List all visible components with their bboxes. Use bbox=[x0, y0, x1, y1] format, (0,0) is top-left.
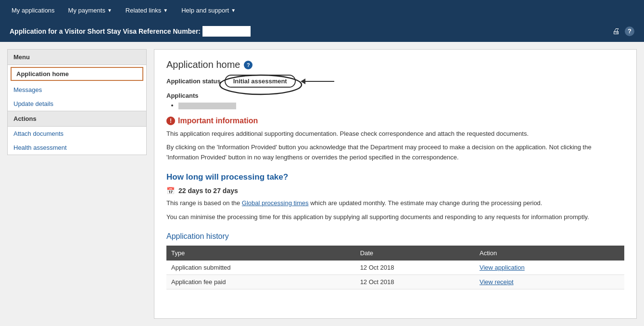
sidebar-item-messages[interactable]: Messages bbox=[8, 83, 146, 97]
applicant-name-bar bbox=[178, 103, 236, 109]
sidebar: Menu Application home Messages Update de… bbox=[7, 49, 147, 155]
important-section: ! Important information This application… bbox=[166, 117, 624, 163]
menu-header: Menu bbox=[8, 50, 146, 65]
related-links-caret: ▼ bbox=[163, 8, 168, 13]
table-header-row: Type Date Action bbox=[166, 246, 624, 261]
status-badge: Initial assessment bbox=[225, 75, 296, 88]
status-label: Application status bbox=[166, 78, 221, 85]
page-title-row: Application home ? bbox=[166, 59, 624, 70]
error-icon: ! bbox=[166, 117, 175, 125]
nav-my-applications[interactable]: My applications bbox=[5, 0, 62, 20]
col-type: Type bbox=[166, 246, 355, 261]
arrow-head bbox=[301, 78, 305, 84]
nav-my-payments[interactable]: My payments ▼ bbox=[62, 0, 119, 20]
table-row: Application submitted12 Oct 2018View app… bbox=[166, 261, 624, 275]
processing-section: How long will processing take? 📅 22 days… bbox=[166, 172, 624, 222]
cell-date-1: 12 Oct 2018 bbox=[355, 274, 475, 289]
top-navigation: My applications My payments ▼ Related li… bbox=[0, 0, 644, 20]
history-section: Application history Type Date Action App… bbox=[166, 232, 624, 289]
sidebar-item-update-details[interactable]: Update details bbox=[8, 97, 146, 111]
app-banner: Application for a Visitor Short Stay Vis… bbox=[0, 20, 644, 42]
processing-title: How long will processing take? bbox=[166, 172, 624, 182]
sidebar-item-application-home[interactable]: Application home bbox=[11, 67, 143, 81]
nav-related-links[interactable]: Related links ▼ bbox=[119, 0, 175, 20]
help-caret: ▼ bbox=[231, 8, 236, 13]
main-layout: Menu Application home Messages Update de… bbox=[0, 42, 644, 326]
arrow-annotation bbox=[301, 78, 334, 84]
history-title: Application history bbox=[166, 232, 624, 241]
action-link-1[interactable]: View receipt bbox=[480, 278, 514, 286]
cell-type-0: Application submitted bbox=[166, 261, 355, 275]
global-processing-times-link[interactable]: Global processing times bbox=[242, 199, 309, 207]
applicants-section: Applicants bbox=[166, 92, 624, 109]
cell-action-1: View receipt bbox=[475, 274, 624, 289]
actions-header: Actions bbox=[8, 111, 146, 127]
banner-title: Application for a Visitor Short Stay Vis… bbox=[10, 26, 251, 37]
applicant-item bbox=[178, 102, 624, 109]
status-row: Application status Initial assessment bbox=[166, 78, 624, 85]
processing-text-1: This range is based on the Global proces… bbox=[166, 198, 624, 209]
important-text-2: By clicking on the 'Information Provided… bbox=[166, 143, 624, 163]
banner-help-icon[interactable]: ? bbox=[625, 26, 634, 36]
processing-text-2: You can minimise the processing time for… bbox=[166, 212, 624, 222]
applicants-label: Applicants bbox=[166, 92, 624, 99]
history-table-body: Application submitted12 Oct 2018View app… bbox=[166, 261, 624, 289]
calendar-icon: 📅 bbox=[166, 187, 175, 195]
applicants-list bbox=[166, 102, 624, 109]
table-row: Application fee paid12 Oct 2018View rece… bbox=[166, 274, 624, 289]
sidebar-item-attach-documents[interactable]: Attach documents bbox=[8, 127, 146, 141]
status-badge-container: Initial assessment bbox=[225, 78, 296, 85]
processing-days-text: 22 days to 27 days bbox=[178, 187, 238, 195]
cell-date-0: 12 Oct 2018 bbox=[355, 261, 475, 275]
processing-days-row: 📅 22 days to 27 days bbox=[166, 187, 624, 195]
reference-number-input[interactable] bbox=[202, 26, 251, 37]
action-link-0[interactable]: View application bbox=[480, 264, 525, 271]
nav-help-and-support[interactable]: Help and support ▼ bbox=[175, 0, 242, 20]
col-action: Action bbox=[475, 246, 624, 261]
important-title: ! Important information bbox=[166, 117, 624, 125]
main-content: Application home ? Application status In… bbox=[154, 49, 637, 319]
cell-type-1: Application fee paid bbox=[166, 274, 355, 289]
page-title: Application home bbox=[166, 59, 240, 70]
important-text-1: This application requires additional sup… bbox=[166, 129, 624, 139]
history-table: Type Date Action Application submitted12… bbox=[166, 246, 624, 289]
col-date: Date bbox=[355, 246, 475, 261]
cell-action-0: View application bbox=[475, 261, 624, 275]
print-icon[interactable]: 🖨 bbox=[612, 27, 620, 36]
banner-icons: 🖨 ? bbox=[612, 26, 634, 36]
sidebar-item-health-assessment[interactable]: Health assessment bbox=[8, 141, 146, 155]
arrow-line bbox=[305, 81, 334, 82]
page-help-icon[interactable]: ? bbox=[244, 61, 253, 69]
my-payments-caret: ▼ bbox=[107, 8, 112, 13]
